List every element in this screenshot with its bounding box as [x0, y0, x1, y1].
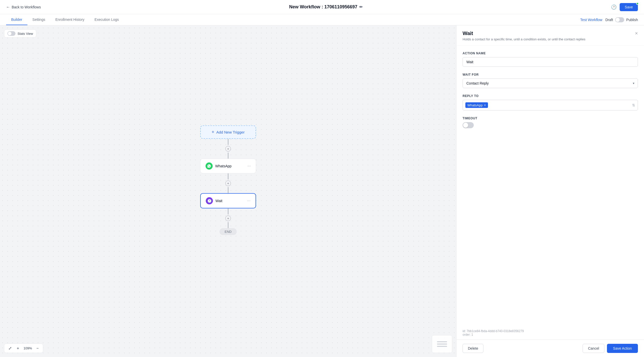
- add-step-btn-3[interactable]: +: [225, 216, 231, 221]
- cancel-button[interactable]: Cancel: [583, 344, 604, 353]
- stats-view-toggle[interactable]: Stats View: [4, 29, 36, 38]
- publish-label: Publish: [626, 18, 638, 22]
- tag-label: WhatsApp: [467, 103, 483, 107]
- wait-for-select-wrapper: Contact Reply A Duration A Condition ▾: [463, 78, 638, 88]
- main-tabs: Builder Settings Enrollment History Exec…: [6, 14, 124, 25]
- zoom-level-display: 109%: [23, 346, 33, 350]
- wait-icon: 🕐: [206, 197, 213, 204]
- connector-6: [228, 222, 228, 228]
- back-arrow-icon: ←: [6, 5, 10, 9]
- timeout-toggle-switch[interactable]: [463, 122, 474, 128]
- mini-map-line-1: [437, 341, 447, 342]
- end-node: END: [219, 228, 236, 235]
- panel-body: ACTION NAME WAIT FOR Contact Reply A Dur…: [456, 45, 644, 329]
- action-name-group: ACTION NAME: [463, 52, 638, 67]
- connector-4: [228, 187, 228, 193]
- whatsapp-node-left: WhatsApp: [206, 163, 232, 170]
- toggle-knob: [616, 18, 620, 22]
- workflow-canvas[interactable]: Stats View + Add New Trigger +: [0, 25, 456, 357]
- wait-for-label: WAIT FOR: [463, 73, 638, 76]
- connector-1: [228, 139, 228, 145]
- wait-for-group: WAIT FOR Contact Reply A Duration A Cond…: [463, 73, 638, 88]
- tab-execution-logs[interactable]: Execution Logs: [90, 14, 124, 25]
- top-right-actions: 🕐 Save: [611, 3, 638, 11]
- whatsapp-node-menu[interactable]: ···: [247, 164, 251, 168]
- workflow-nodes: + Add New Trigger + WhatsApp ···: [200, 125, 256, 235]
- add-step-btn-2[interactable]: +: [225, 181, 231, 186]
- action-panel: Wait Holds a contact for a specific time…: [456, 25, 644, 357]
- back-to-workflows-link[interactable]: ← Back to Workflows: [6, 5, 41, 9]
- action-name-label: ACTION NAME: [463, 52, 638, 55]
- tag-remove-button[interactable]: ×: [484, 103, 486, 107]
- canvas-toolbar: ⤢ + 109% −: [4, 344, 43, 353]
- delete-button[interactable]: Delete: [463, 344, 483, 353]
- wait-node-left: 🕐 Wait: [206, 197, 222, 204]
- timeout-label: TIMEOUT: [463, 117, 638, 120]
- wait-for-select[interactable]: Contact Reply A Duration A Condition: [463, 78, 638, 88]
- connector-5: [228, 208, 228, 215]
- main-content: Stats View + Add New Trigger +: [0, 25, 644, 357]
- trigger-plus-icon: +: [212, 129, 214, 135]
- reply-to-group: REPLY TO WhatsApp × ⇅: [463, 94, 638, 110]
- draft-label: Draft: [605, 18, 613, 22]
- stats-toggle-switch[interactable]: [7, 31, 15, 36]
- meta-order: order: 1: [463, 333, 638, 336]
- mini-map-line-2: [437, 344, 447, 345]
- meta-id: id: 7bb1ce84-fbda-4ddd-b740-0318e8356279: [463, 329, 638, 333]
- reply-to-tags-input[interactable]: WhatsApp × ⇅: [463, 100, 638, 110]
- draft-publish-toggle: Draft Publish: [605, 17, 638, 22]
- mini-map: [432, 335, 452, 353]
- save-button[interactable]: Save: [620, 3, 638, 11]
- timeout-group: TIMEOUT: [463, 117, 638, 128]
- panel-title: Wait: [463, 30, 585, 36]
- draft-publish-switch[interactable]: [615, 17, 624, 22]
- zoom-out-button[interactable]: −: [35, 346, 40, 351]
- meta-info: id: 7bb1ce84-fbda-4ddd-b740-0318e8356279…: [456, 329, 644, 339]
- top-nav: ← Back to Workflows New Workflow : 17061…: [0, 0, 644, 14]
- wait-label: Wait: [215, 199, 222, 203]
- add-trigger-node[interactable]: + Add New Trigger: [200, 125, 256, 139]
- stats-view-label: Stats View: [18, 32, 33, 36]
- reply-to-label: REPLY TO: [463, 94, 638, 98]
- panel-subtitle: Holds a contact for a specific time, unt…: [463, 37, 585, 41]
- tab-settings[interactable]: Settings: [27, 14, 50, 25]
- save-action-button[interactable]: Save Action: [607, 344, 638, 353]
- panel-title-section: Wait Holds a contact for a specific time…: [463, 30, 585, 41]
- zoom-in-button[interactable]: +: [15, 346, 21, 351]
- whatsapp-tag: WhatsApp ×: [465, 102, 488, 108]
- wait-node-menu[interactable]: ···: [247, 199, 250, 203]
- action-name-input[interactable]: [463, 57, 638, 67]
- edit-title-icon[interactable]: ✏: [359, 5, 363, 9]
- mini-map-line-3: [437, 346, 447, 347]
- panel-header: Wait Holds a contact for a specific time…: [456, 25, 644, 45]
- connector-3: [228, 173, 228, 180]
- tab-bar: Builder Settings Enrollment History Exec…: [0, 14, 644, 25]
- trigger-label: Add New Trigger: [216, 130, 245, 134]
- whatsapp-label: WhatsApp: [215, 164, 232, 168]
- back-link-label: Back to Workflows: [12, 5, 41, 9]
- tab-enrollment-history[interactable]: Enrollment History: [50, 14, 89, 25]
- save-dot-indicator: [636, 2, 639, 5]
- panel-footer: Delete Cancel Save Action: [456, 339, 644, 357]
- whatsapp-icon: [206, 163, 213, 170]
- connector-2: [228, 153, 228, 159]
- wait-node[interactable]: 🕐 Wait ···: [200, 193, 256, 208]
- timeout-row: [463, 122, 638, 128]
- workflow-title: New Workflow : 1706110956697 ✏: [289, 4, 363, 10]
- tab-right-actions: Test Workflow Draft Publish: [580, 17, 638, 22]
- tags-input-field[interactable]: [489, 103, 631, 107]
- stats-toggle-knob: [8, 32, 11, 35]
- history-icon[interactable]: 🕐: [611, 4, 617, 10]
- test-workflow-button[interactable]: Test Workflow: [580, 18, 602, 22]
- close-panel-button[interactable]: ×: [635, 30, 638, 36]
- tags-chevron-icon[interactable]: ⇅: [632, 103, 635, 107]
- whatsapp-node[interactable]: WhatsApp ···: [200, 159, 256, 173]
- timeout-toggle-knob: [463, 123, 468, 128]
- footer-right-actions: Cancel Save Action: [583, 344, 638, 353]
- add-step-btn-1[interactable]: +: [225, 146, 231, 152]
- expand-canvas-button[interactable]: ⤢: [7, 345, 13, 351]
- tab-builder[interactable]: Builder: [6, 14, 27, 25]
